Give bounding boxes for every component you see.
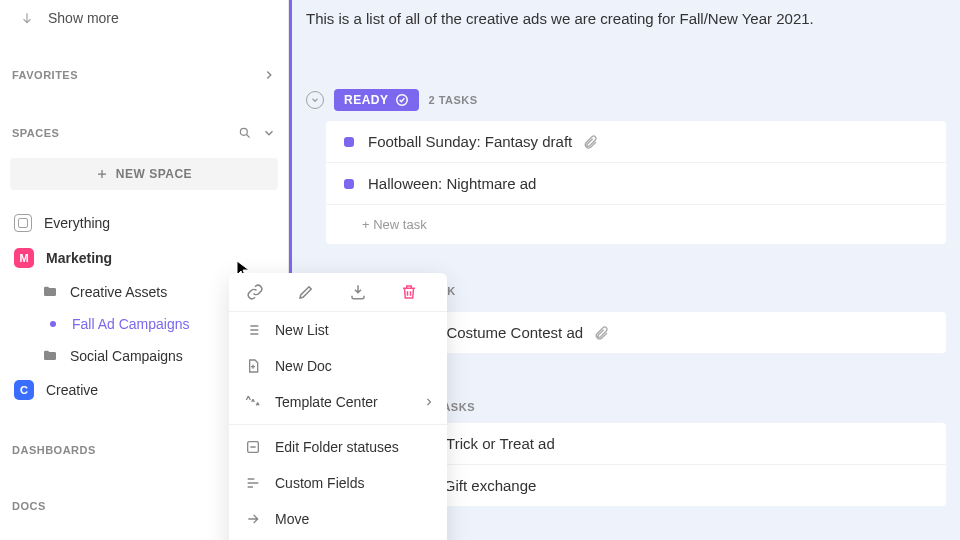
list-description: This is a list of all of the creative ad… <box>306 0 946 37</box>
space-badge-creative: C <box>14 380 34 400</box>
pencil-icon[interactable] <box>297 283 327 301</box>
doc-icon <box>245 358 261 374</box>
chevron-right-icon <box>423 396 435 408</box>
space-label-creative: Creative <box>46 382 98 398</box>
new-space-button[interactable]: NEW SPACE <box>10 158 278 190</box>
svg-point-0 <box>240 128 247 135</box>
task-status-square <box>344 137 354 147</box>
list-label: Fall Ad Campaigns <box>72 316 190 332</box>
space-badge-marketing: M <box>14 248 34 268</box>
folder-label: Social Campaigns <box>70 348 183 364</box>
context-toolbar <box>229 273 447 312</box>
task-row[interactable]: Football Sunday: Fantasy draft <box>326 121 946 163</box>
task-title: Halloween: Nightmare ad <box>368 175 536 192</box>
status-group-ready: READY 2 TASKS Football Sunday: Fantasy d… <box>306 89 946 244</box>
link-icon[interactable] <box>246 283 276 301</box>
dashboards-label: DASHBOARDS <box>12 444 96 456</box>
download-icon[interactable] <box>349 283 379 301</box>
list-icon <box>245 322 261 338</box>
task-status-square <box>344 179 354 189</box>
spaces-label: SPACES <box>12 127 59 139</box>
status-icon <box>245 439 261 455</box>
menu-new-doc[interactable]: New Doc <box>229 348 447 384</box>
folder-icon <box>42 348 58 364</box>
collapse-group-icon[interactable] <box>306 91 324 109</box>
menu-label: New Doc <box>275 358 332 374</box>
chevron-right-icon <box>262 68 276 82</box>
folder-icon <box>42 284 58 300</box>
task-list: Football Sunday: Fantasy draft Halloween… <box>326 121 946 244</box>
arrow-down-icon <box>20 11 34 25</box>
template-icon <box>245 394 261 410</box>
menu-label: Custom Fields <box>275 475 364 491</box>
fields-icon <box>245 475 261 491</box>
status-label: READY <box>344 93 389 107</box>
menu-template-center[interactable]: Template Center <box>229 384 447 420</box>
task-count: 2 TASKS <box>429 94 478 106</box>
spaces-header[interactable]: SPACES <box>0 118 288 148</box>
menu-custom-fields[interactable]: Custom Fields <box>229 465 447 501</box>
list-dot-icon <box>50 321 56 327</box>
folder-label: Creative Assets <box>70 284 167 300</box>
menu-new-list[interactable]: New List <box>229 312 447 348</box>
menu-label: Move <box>275 511 309 527</box>
new-task-button[interactable]: + New task <box>326 205 946 244</box>
trash-icon[interactable] <box>400 283 430 301</box>
task-row[interactable]: Halloween: Nightmare ad <box>326 163 946 205</box>
menu-label: Template Center <box>275 394 378 410</box>
favorites-label: FAVORITES <box>12 69 78 81</box>
chevron-down-icon[interactable] <box>262 126 276 140</box>
menu-move[interactable]: Move <box>229 501 447 537</box>
attachment-icon <box>593 325 609 341</box>
everything-label: Everything <box>44 215 110 231</box>
everything-icon <box>14 214 32 232</box>
menu-label: Edit Folder statuses <box>275 439 399 455</box>
docs-label: DOCS <box>12 500 46 512</box>
new-task-label: + New task <box>362 217 427 232</box>
menu-edit-statuses[interactable]: Edit Folder statuses <box>229 429 447 465</box>
menu-label: New List <box>275 322 329 338</box>
menu-separator <box>229 424 447 425</box>
search-icon[interactable] <box>238 126 252 140</box>
space-label-marketing: Marketing <box>46 250 112 266</box>
show-more-label: Show more <box>48 10 119 26</box>
favorites-header[interactable]: FAVORITES <box>0 60 288 90</box>
sidebar-item-everything[interactable]: Everything <box>0 206 288 240</box>
task-title: Football Sunday: Fantasy draft <box>368 133 572 150</box>
show-more-button[interactable]: Show more <box>0 0 288 36</box>
move-icon <box>245 511 261 527</box>
new-space-label: NEW SPACE <box>116 167 192 181</box>
attachment-icon <box>582 134 598 150</box>
status-pill-ready[interactable]: READY <box>334 89 419 111</box>
folder-context-menu: New List New Doc Template Center Edit Fo… <box>229 273 447 540</box>
